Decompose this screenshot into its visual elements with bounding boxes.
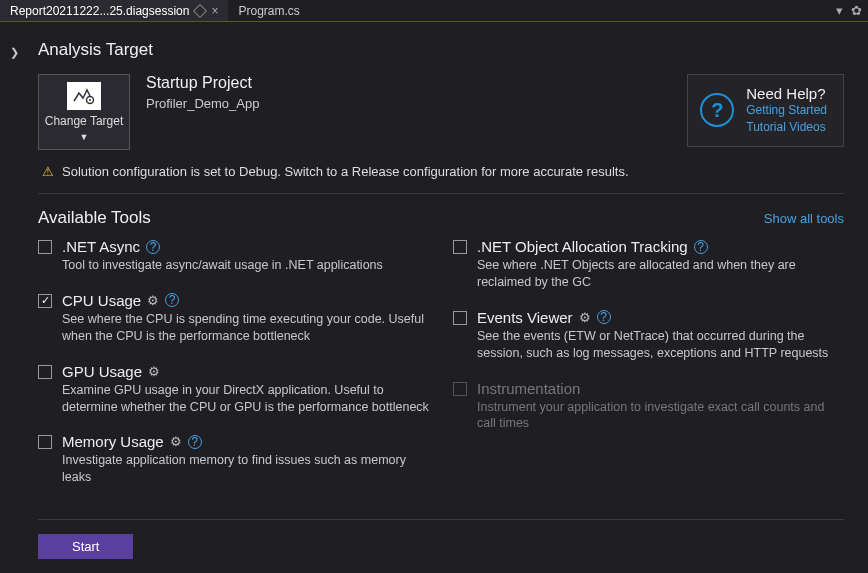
change-target-button[interactable]: Change Target ▼ xyxy=(38,74,130,150)
close-icon[interactable]: × xyxy=(211,4,218,18)
project-name: Profiler_Demo_App xyxy=(146,96,259,111)
help-icon: ? xyxy=(700,93,734,127)
tool-desc: Investigate application memory to find i… xyxy=(62,452,429,486)
chevron-down-icon: ▼ xyxy=(80,132,89,142)
info-icon[interactable]: ? xyxy=(694,240,708,254)
gear-icon[interactable]: ⚙ xyxy=(148,364,160,379)
settings-icon[interactable]: ✿ xyxy=(851,3,862,18)
tool-memory-usage: Memory Usage⚙? Investigate application m… xyxy=(38,433,429,486)
show-all-tools-link[interactable]: Show all tools xyxy=(764,211,844,226)
gear-icon[interactable]: ⚙ xyxy=(579,310,591,325)
checkbox-instrumentation xyxy=(453,382,467,396)
tool-gpu-usage: GPU Usage⚙ Examine GPU usage in your Dir… xyxy=(38,363,429,416)
gear-icon[interactable]: ⚙ xyxy=(147,293,159,308)
help-link-getting-started[interactable]: Getting Started xyxy=(746,102,827,119)
tool-net-async: .NET Async? Tool to investigate async/aw… xyxy=(38,238,429,274)
start-button[interactable]: Start xyxy=(38,534,133,559)
tool-desc: Instrument your application to investiga… xyxy=(477,399,844,433)
tool-title: .NET Object Allocation Tracking xyxy=(477,238,688,255)
info-icon[interactable]: ? xyxy=(146,240,160,254)
warning-row: ⚠ Solution configuration is set to Debug… xyxy=(42,164,844,179)
gear-icon[interactable]: ⚙ xyxy=(170,434,182,449)
tab-label: Report20211222...25.diagsession xyxy=(10,4,189,18)
checkbox-memory-usage[interactable] xyxy=(38,435,52,449)
dropdown-icon[interactable]: ▾ xyxy=(836,3,843,18)
checkbox-cpu-usage[interactable] xyxy=(38,294,52,308)
tool-title: .NET Async xyxy=(62,238,140,255)
tool-desc: Tool to investigate async/await usage in… xyxy=(62,257,429,274)
left-gutter: ❯ xyxy=(0,22,28,573)
svg-point-1 xyxy=(89,99,91,101)
separator xyxy=(38,519,844,520)
tab-diagsession[interactable]: Report20211222...25.diagsession × xyxy=(0,0,228,21)
tool-instrumentation: Instrumentation Instrument your applicat… xyxy=(453,380,844,433)
checkbox-events-viewer[interactable] xyxy=(453,311,467,325)
checkbox-net-allocation[interactable] xyxy=(453,240,467,254)
tab-bar: Report20211222...25.diagsession × Progra… xyxy=(0,0,868,22)
tool-net-allocation: .NET Object Allocation Tracking? See whe… xyxy=(453,238,844,291)
info-icon[interactable]: ? xyxy=(188,435,202,449)
checkbox-gpu-usage[interactable] xyxy=(38,365,52,379)
tool-desc: See where .NET Objects are allocated and… xyxy=(477,257,844,291)
project-info: Startup Project Profiler_Demo_App xyxy=(146,74,259,111)
pin-icon[interactable] xyxy=(193,3,207,17)
help-title: Need Help? xyxy=(746,85,827,102)
info-icon[interactable]: ? xyxy=(165,293,179,307)
tool-desc: See where the CPU is spending time execu… xyxy=(62,311,429,345)
tool-cpu-usage: CPU Usage⚙? See where the CPU is spendin… xyxy=(38,292,429,345)
tool-title: CPU Usage xyxy=(62,292,141,309)
expand-icon[interactable]: ❯ xyxy=(10,46,19,573)
change-target-label: Change Target xyxy=(45,114,124,128)
tool-title: Events Viewer xyxy=(477,309,573,326)
help-box: ? Need Help? Getting Started Tutorial Vi… xyxy=(687,74,844,147)
help-link-tutorial-videos[interactable]: Tutorial Videos xyxy=(746,119,827,136)
tool-events-viewer: Events Viewer⚙? See the events (ETW or N… xyxy=(453,309,844,362)
available-tools-heading: Available Tools xyxy=(38,208,151,228)
tool-title: Instrumentation xyxy=(477,380,580,397)
tab-program-cs[interactable]: Program.cs xyxy=(228,0,309,21)
analysis-target-heading: Analysis Target xyxy=(38,40,844,60)
warning-text: Solution configuration is set to Debug. … xyxy=(62,164,629,179)
warning-icon: ⚠ xyxy=(42,164,54,179)
tab-label: Program.cs xyxy=(238,4,299,18)
checkbox-net-async[interactable] xyxy=(38,240,52,254)
info-icon[interactable]: ? xyxy=(597,310,611,324)
target-icon xyxy=(67,82,101,110)
tool-desc: Examine GPU usage in your DirectX applic… xyxy=(62,382,429,416)
project-title: Startup Project xyxy=(146,74,259,92)
tool-title: Memory Usage xyxy=(62,433,164,450)
separator xyxy=(38,193,844,194)
tool-desc: See the events (ETW or NetTrace) that oc… xyxy=(477,328,844,362)
tool-title: GPU Usage xyxy=(62,363,142,380)
